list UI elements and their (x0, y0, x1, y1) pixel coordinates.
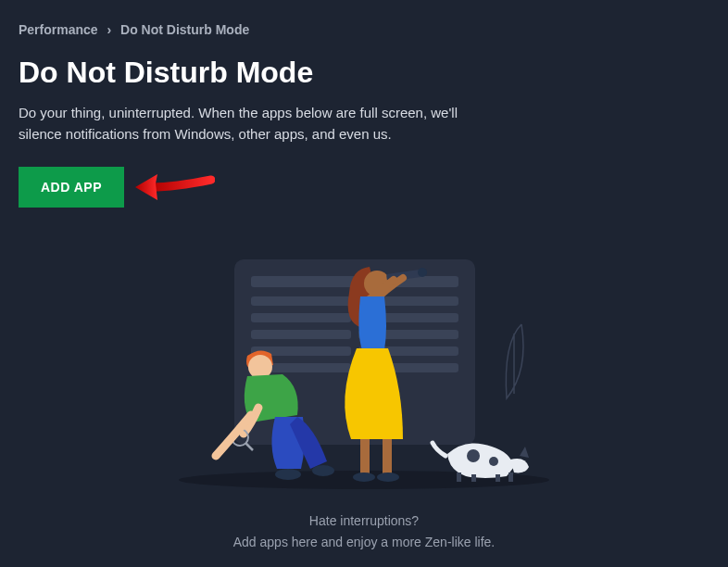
breadcrumb-root[interactable]: Performance (19, 22, 98, 37)
svg-point-15 (418, 268, 427, 277)
svg-rect-27 (457, 472, 461, 482)
svg-point-19 (377, 472, 399, 482)
svg-point-26 (489, 457, 498, 466)
svg-point-24 (312, 465, 334, 476)
breadcrumb-current: Do Not Disturb Mode (120, 22, 249, 37)
add-app-button[interactable]: ADD APP (19, 167, 124, 208)
svg-rect-17 (383, 439, 392, 476)
empty-state-illustration (19, 226, 709, 505)
svg-rect-3 (251, 296, 351, 306)
svg-rect-28 (471, 474, 476, 482)
arrow-annotation-icon (132, 167, 215, 208)
svg-rect-16 (360, 439, 370, 476)
svg-rect-30 (508, 472, 513, 482)
svg-rect-29 (496, 474, 500, 482)
empty-state-line1: Hate interruptions? (19, 510, 709, 531)
page-description: Do your thing, uninterrupted. When the a… (19, 103, 500, 145)
svg-point-25 (467, 449, 480, 462)
svg-rect-5 (251, 313, 351, 322)
svg-point-18 (353, 472, 375, 482)
page-title: Do Not Disturb Mode (19, 56, 709, 90)
svg-point-23 (275, 469, 301, 480)
empty-state-line2: Add apps here and enjoy a more Zen-like … (19, 532, 709, 552)
empty-state-text: Hate interruptions? Add apps here and en… (19, 510, 709, 552)
svg-rect-7 (251, 330, 351, 339)
chevron-right-icon: › (107, 22, 111, 37)
breadcrumb: Performance › Do Not Disturb Mode (19, 22, 709, 37)
